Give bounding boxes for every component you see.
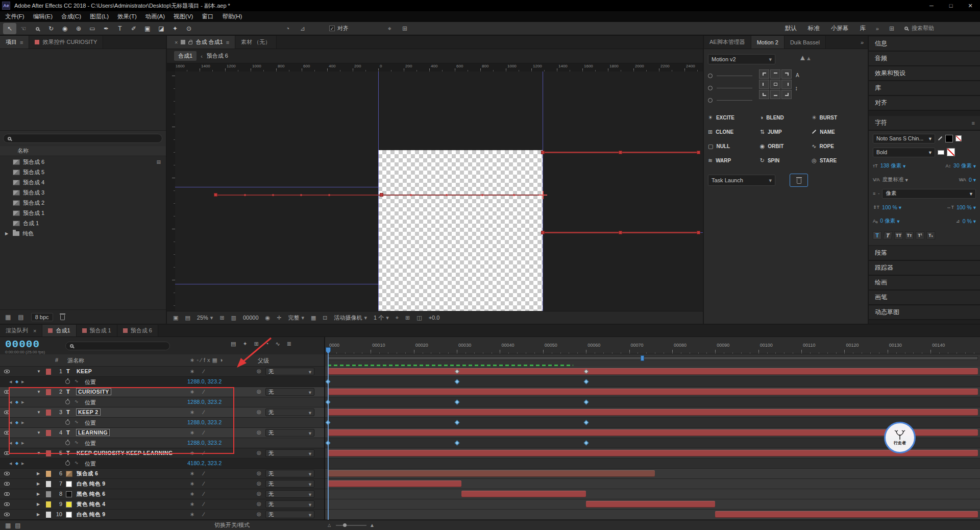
tab-Motion 2[interactable]: Motion 2 xyxy=(751,36,785,49)
fast-previews-icon[interactable]: ⊡ xyxy=(323,315,327,321)
layer-duration-bar[interactable] xyxy=(328,389,978,395)
layer-duration-bar[interactable] xyxy=(328,450,978,456)
parent-dropdown[interactable]: 无▾ xyxy=(265,480,314,488)
layer-row[interactable]: ▶8黑色 纯色 6∗ ∕◎无▾ xyxy=(0,489,980,499)
unit-dropdown[interactable]: 像素 ▾ xyxy=(882,189,976,199)
motion-button-excite[interactable]: ☀EXCITE xyxy=(708,112,760,123)
anchor-r-button[interactable] xyxy=(781,80,792,89)
parent-dropdown[interactable]: 无▾ xyxy=(265,500,314,508)
leading-value[interactable]: 30 像素▾ xyxy=(953,162,976,170)
layer-handle[interactable] xyxy=(619,231,622,234)
motion-button-rope[interactable]: ∿ROPE xyxy=(812,141,864,151)
tab-composition[interactable]: × 合成 合成1 ≡ xyxy=(167,36,235,49)
workspace-panel-icon[interactable]: ⊞ xyxy=(889,25,894,32)
stroke-width-swatch[interactable] xyxy=(938,150,944,155)
layer-row[interactable]: ▼1TKEEP∗ ∕◎无▾ xyxy=(0,367,980,377)
comp-mini-flowchart-icon[interactable]: ▤ xyxy=(231,341,236,347)
layer-row[interactable]: ▶7白色 纯色 9∗ ∕◎无▾ xyxy=(0,479,980,489)
expand-icon[interactable]: ▶ xyxy=(37,492,40,496)
tab-AE脚本管理器[interactable]: AE脚本管理器 xyxy=(704,36,751,49)
motion-path-dot[interactable] xyxy=(272,194,274,196)
vertical-ruler[interactable] xyxy=(167,71,175,311)
layer-duration-bar[interactable] xyxy=(715,511,978,518)
panel-header-3[interactable]: 库 xyxy=(869,81,980,96)
label-color-chip[interactable] xyxy=(46,481,51,487)
close-icon[interactable]: × xyxy=(33,328,36,334)
keyframe[interactable] xyxy=(584,379,589,384)
layer-handle[interactable] xyxy=(541,151,545,154)
delete-task-button[interactable] xyxy=(790,174,808,187)
toggle-switches-modes-button[interactable]: 切换开关/模式 xyxy=(214,521,250,529)
render-network-icon[interactable]: ▦ xyxy=(5,522,11,529)
rectangle-tool[interactable]: ▭ xyxy=(86,23,99,34)
horizontal-scale-value[interactable]: 100 %▾ xyxy=(957,204,976,210)
tab-project[interactable]: 项目 ≡ xyxy=(0,36,29,49)
mask-feather-icon[interactable]: ◔ xyxy=(286,25,289,32)
crosshair-icon[interactable]: ⌖ xyxy=(388,25,391,32)
workspace-more-icon[interactable]: » xyxy=(876,26,879,32)
all-caps-button[interactable]: TT xyxy=(894,231,903,239)
panel-header-lower-0[interactable]: 段落 xyxy=(869,246,980,261)
motion-slider-2[interactable] xyxy=(708,94,752,106)
layer-name[interactable]: 白色 纯色 9 xyxy=(77,511,105,518)
pickwhip-icon[interactable]: ◎ xyxy=(257,429,261,435)
zoom-slider-knob[interactable] xyxy=(343,523,347,527)
visibility-eye-icon[interactable] xyxy=(4,502,10,506)
graph-editor-icon[interactable]: ≣ xyxy=(287,341,291,347)
panel-menu-icon[interactable]: ≡ xyxy=(20,39,23,45)
workspace-3[interactable]: 库 xyxy=(860,25,866,32)
mini-color-swatch[interactable] xyxy=(955,135,962,141)
anchor-c-button[interactable] xyxy=(770,80,780,89)
font-family-dropdown[interactable]: Noto Sans S Chin... ▾ xyxy=(873,134,935,143)
project-item[interactable]: ▶预合成 3 xyxy=(0,187,166,198)
overflow-icon[interactable]: » xyxy=(856,36,868,49)
keyframe[interactable] xyxy=(455,400,460,405)
parent-dropdown[interactable]: 无▾ xyxy=(265,408,314,416)
label-color-chip[interactable] xyxy=(46,491,51,497)
small-caps-button[interactable]: Tт xyxy=(905,231,914,239)
motion-button-stare[interactable]: ◎STARE xyxy=(812,155,864,165)
selection-tool[interactable]: ↖ xyxy=(3,23,16,34)
keyframe[interactable] xyxy=(584,441,589,446)
panel-header-0[interactable]: 信息 xyxy=(869,37,980,52)
tab-effect-controls[interactable]: 效果控件 CURIOSITY xyxy=(29,36,103,49)
layer-handle[interactable] xyxy=(697,231,700,234)
ruler-corner[interactable] xyxy=(167,63,175,71)
layer-duration-bar[interactable] xyxy=(586,501,715,508)
project-item[interactable]: ▶预合成 2 xyxy=(0,198,166,208)
panel-menu-icon[interactable]: ≡ xyxy=(226,39,229,45)
property-value[interactable]: 1288.0, 323.2 xyxy=(187,378,222,384)
motion-button-clone[interactable]: ⊞CLONE xyxy=(708,127,760,137)
motion-button-warp[interactable]: ≋WARP xyxy=(708,155,760,165)
parent-dropdown[interactable]: 无▾ xyxy=(265,429,314,437)
panel-header-2[interactable]: 效果和预设 xyxy=(869,66,980,81)
type-tool[interactable]: T xyxy=(113,23,127,34)
zoom-dropdown[interactable]: 25% ▾ xyxy=(197,315,213,321)
trash-icon[interactable] xyxy=(60,315,65,320)
layer-handle[interactable] xyxy=(697,151,700,154)
parent-column-header[interactable]: 父级 xyxy=(258,357,269,365)
pickwhip-icon[interactable]: ◎ xyxy=(257,491,261,496)
pickwhip-icon[interactable]: ◎ xyxy=(257,368,261,374)
project-item[interactable]: ▶纯色 xyxy=(0,228,166,238)
mountain-small-icon[interactable]: ▲ xyxy=(806,55,812,61)
property-name[interactable]: 位置 xyxy=(85,378,96,386)
fill-color-swatch[interactable] xyxy=(945,135,953,142)
keyframe[interactable] xyxy=(584,400,589,405)
eraser-tool[interactable]: ◪ xyxy=(155,23,168,34)
anchor-bl-button[interactable] xyxy=(759,90,769,99)
anchor-l-button[interactable] xyxy=(759,80,769,89)
timeline-tab[interactable]: 预合成 1 xyxy=(77,325,117,336)
maximize-button[interactable]: □ xyxy=(941,0,961,11)
property-row[interactable]: ◀◆▶∿位置4180.2, 323.2 xyxy=(0,459,980,469)
expand-icon[interactable]: ▶ xyxy=(37,502,40,507)
target-icon[interactable]: ⌖ xyxy=(396,315,399,321)
twirl-icon[interactable]: ▶ xyxy=(5,231,10,236)
motion-button-spin[interactable]: ↻SPIN xyxy=(760,155,812,165)
motion-path-dot[interactable] xyxy=(244,194,246,196)
visibility-eye-icon[interactable] xyxy=(4,370,10,373)
next-keyframe-icon[interactable]: ▶ xyxy=(21,380,24,384)
snapshot-camera-icon[interactable]: ◉ xyxy=(265,315,271,321)
resolution-dropdown[interactable]: 完整 ▾ xyxy=(288,314,304,322)
layer-handle[interactable] xyxy=(619,151,622,154)
